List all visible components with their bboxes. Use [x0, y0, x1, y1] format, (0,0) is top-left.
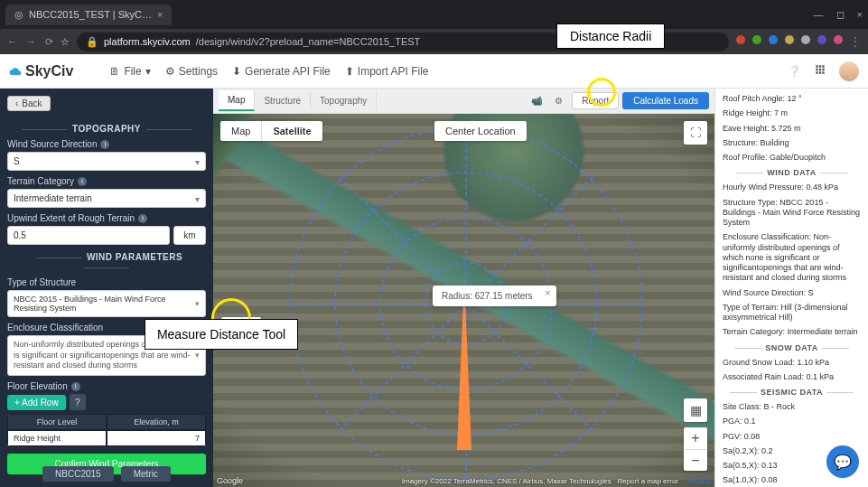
extension-icons: ⋮: [736, 35, 861, 48]
cell-floor-label[interactable]: Ridge Height: [7, 430, 107, 446]
satellite-btn[interactable]: Satellite: [261, 121, 322, 141]
cell-floor-value[interactable]: 7: [107, 430, 206, 446]
gear-icon: ⚙: [165, 65, 175, 78]
section-header-snow-data: SNOW DATA: [723, 343, 861, 352]
result-line: Ridge Height: 7 m: [723, 108, 861, 118]
close-window-icon[interactable]: ×: [857, 9, 863, 21]
settings-menu[interactable]: ⚙Settings: [165, 65, 218, 78]
lock-icon: 🔒: [86, 36, 98, 48]
tab-topography[interactable]: Topography: [311, 91, 377, 110]
result-line: Type of Terrain: Hill (3-dimensional axi…: [723, 303, 861, 323]
tab-map[interactable]: Map: [219, 90, 255, 111]
result-line: Terrain Category: Intermediate terrain: [723, 327, 861, 337]
streetview-icon[interactable]: 📹: [527, 94, 546, 108]
result-line: Structure Type: NBCC 2015 - Buildings - …: [723, 198, 861, 229]
minimize-icon[interactable]: —: [814, 9, 824, 21]
section-header-topography: TOPOGRAPHY: [7, 124, 206, 134]
ext-icon[interactable]: [785, 35, 794, 44]
distance-radii-button[interactable]: ⚙: [549, 94, 568, 108]
user-avatar[interactable]: [839, 61, 859, 81]
fullscreen-button[interactable]: ⛶: [684, 121, 707, 145]
ext-icon[interactable]: [817, 35, 826, 44]
select-terrain-category[interactable]: Intermediate terrain▾: [7, 189, 206, 208]
maximize-icon[interactable]: ◻: [836, 9, 845, 21]
floor-help-button[interactable]: ?: [70, 394, 86, 410]
center-location-button[interactable]: Center Location: [434, 121, 527, 141]
ext-icon[interactable]: [801, 35, 810, 44]
tab-close-icon[interactable]: ×: [157, 9, 163, 20]
upload-icon: ⬆: [345, 65, 354, 78]
radius-tooltip: Radius: 627.15 meters ×: [433, 286, 556, 306]
ext-icon[interactable]: [752, 35, 761, 44]
info-icon[interactable]: i: [138, 214, 147, 223]
code-pill[interactable]: NBCC2015: [42, 466, 114, 482]
google-logo: Google: [217, 476, 243, 485]
units-pill[interactable]: Metric: [121, 466, 171, 482]
label-wind-source-direction: Wind Source Directioni: [7, 139, 206, 149]
kebab-icon[interactable]: ⋮: [850, 35, 861, 48]
label-type-structure: Type of Structure: [7, 277, 206, 287]
result-line: Associated Rain Load: 0.1 kPa: [723, 372, 861, 382]
url-path: /design/wind/v2?preload_name=NBCC2015_TE…: [196, 36, 421, 47]
apps-grid-icon[interactable]: [814, 63, 826, 79]
result-line: PGA: 0.1: [723, 417, 861, 426]
section-header-wind-data: WIND DATA: [723, 168, 861, 177]
tooltip-close-icon[interactable]: ×: [545, 287, 550, 298]
col-elevation: Elevation, m: [107, 414, 206, 430]
chat-button[interactable]: 💬: [826, 445, 859, 478]
info-icon[interactable]: i: [78, 177, 87, 186]
results-panel: Roof Pitch Angle: 12 ° Ridge Height: 7 m…: [714, 89, 868, 487]
label-terrain-category: Terrain Categoryi: [7, 176, 206, 186]
version-label: v4.8.0: [688, 476, 711, 485]
file-icon: 🗎: [109, 65, 120, 78]
section-header-seismic-data: SEISMIC DATA: [723, 388, 861, 397]
help-icon[interactable]: ❔: [788, 65, 801, 78]
calculate-loads-button[interactable]: Calculate Loads: [622, 92, 709, 109]
zoom-in-button[interactable]: +: [684, 427, 707, 449]
generate-api-button[interactable]: ⬇Generate API File: [232, 65, 331, 78]
map-canvas[interactable]: Map Satellite Center Location ⛶ ✋ ⊚ Radi…: [213, 114, 714, 487]
fullscreen-icon: ⛶: [690, 126, 701, 139]
tab-structure[interactable]: Structure: [255, 91, 311, 110]
back-button[interactable]: ‹Back: [7, 96, 51, 111]
input-upwind-extent[interactable]: [7, 226, 170, 245]
ext-icon[interactable]: [769, 35, 778, 44]
bookmark-icon[interactable]: ☆: [61, 36, 70, 48]
chevron-down-icon: ▾: [195, 299, 200, 308]
reload-icon[interactable]: ⟳: [45, 36, 53, 48]
annotation-distance-radii: Distance Radii: [556, 23, 665, 49]
file-menu[interactable]: 🗎File ▾: [109, 65, 150, 78]
result-line: Enclosure Classification: Non-uniformly …: [723, 232, 861, 283]
cloud-icon: [9, 65, 22, 78]
result-line: Roof Pitch Angle: 12 °: [723, 94, 861, 104]
info-icon[interactable]: i: [71, 382, 80, 391]
chat-icon: 💬: [834, 454, 852, 471]
nav-back-icon[interactable]: ←: [7, 36, 17, 48]
import-api-button[interactable]: ⬆Import API File: [345, 65, 429, 78]
tooltip-text: Radius: 627.15 meters: [442, 291, 533, 301]
nav-forward-icon[interactable]: →: [26, 36, 36, 48]
report-button[interactable]: Report: [572, 92, 619, 109]
result-line: Wind Source Direction: S: [723, 288, 861, 298]
section-header-wind-params: WIND PARAMETERS: [7, 252, 206, 272]
select-type-structure[interactable]: NBCC 2015 - Buildings - Main Wind Force …: [7, 290, 206, 317]
ext-icon[interactable]: [834, 35, 843, 44]
skyciv-logo[interactable]: SkyCiv: [9, 63, 73, 80]
layers-button[interactable]: ▦: [684, 398, 707, 422]
logo-text: SkyCiv: [25, 63, 73, 80]
result-line: Roof Profile: Gable/Duopitch: [723, 153, 861, 163]
sidebar: ‹Back TOPOGRAPHY Wind Source Directioni …: [0, 89, 213, 487]
main-content: Map Structure Topography 📹 ⚙ Report Calc…: [213, 89, 714, 487]
url-host: platform.skyciv.com: [104, 36, 191, 47]
map-btn[interactable]: Map: [220, 121, 261, 141]
annotation-measure-tool: Measure Distance Tool: [145, 319, 298, 350]
browser-address-bar-row: ← → ⟳ ☆ 🔒 platform.skyciv.com /design/wi…: [0, 29, 868, 54]
browser-tab-bar: ◎ NBCC2015_TEST | SkyC… × — ◻ ×: [0, 0, 868, 29]
ext-icon[interactable]: [736, 35, 745, 44]
zoom-out-button[interactable]: −: [684, 449, 707, 471]
table-row: Ridge Height 7: [7, 430, 206, 446]
select-wind-source-direction[interactable]: S▾: [7, 152, 206, 171]
add-row-button[interactable]: + Add Row: [7, 395, 66, 410]
browser-tab[interactable]: ◎ NBCC2015_TEST | SkyC… ×: [5, 5, 172, 25]
info-icon[interactable]: i: [100, 140, 109, 149]
